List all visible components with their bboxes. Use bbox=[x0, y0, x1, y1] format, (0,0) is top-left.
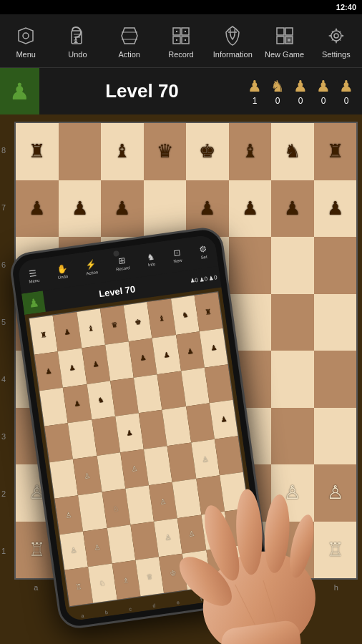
record-icon bbox=[168, 23, 194, 49]
chess-cell-1-0[interactable]: ♟ bbox=[16, 180, 59, 238]
inner-piece-0-0: ♜ bbox=[40, 331, 47, 339]
chess-cell-0-4[interactable]: ♚ bbox=[186, 123, 229, 180]
chess-piece-7-0: ♖ bbox=[29, 539, 45, 561]
inner-piece-3-7: ♟ bbox=[220, 415, 227, 424]
inner-piece-0-2: ♝ bbox=[87, 324, 94, 333]
information-button[interactable]: Information bbox=[207, 14, 258, 67]
inner-label-b: b bbox=[104, 610, 108, 615]
inner-label-a: a bbox=[81, 613, 84, 618]
svg-rect-14 bbox=[176, 39, 177, 41]
row-label-1: 1 bbox=[1, 547, 6, 555]
captured-pawn-3: ♟ bbox=[293, 77, 308, 96]
chess-piece-1-6: ♟ bbox=[284, 197, 300, 220]
chess-cell-1-6[interactable]: ♟ bbox=[271, 180, 314, 238]
inner-record: ⊞ Record bbox=[114, 255, 130, 271]
inner-piece-1-6: ♟ bbox=[186, 346, 193, 355]
chess-piece-0-4: ♚ bbox=[199, 140, 215, 162]
chess-cell-1-7[interactable]: ♟ bbox=[314, 180, 357, 238]
captured-group-2: ♞ 0 bbox=[270, 77, 285, 106]
svg-marker-5 bbox=[122, 28, 137, 44]
captured-count-4: 0 bbox=[321, 96, 326, 106]
action-button[interactable]: Action bbox=[104, 14, 155, 67]
inner-piece-6-0: ♙ bbox=[70, 546, 77, 555]
chess-piece-1-1: ♟ bbox=[72, 197, 88, 220]
svg-point-0 bbox=[23, 33, 29, 39]
inner-cell-0-7: ♜ bbox=[194, 292, 222, 331]
chess-cell-0-3[interactable]: ♛ bbox=[144, 123, 187, 180]
chess-piece-1-5: ♟ bbox=[242, 197, 258, 220]
chess-cell-4-7[interactable] bbox=[314, 351, 357, 408]
settings-icon bbox=[323, 23, 349, 49]
chess-piece-0-5: ♝ bbox=[242, 140, 258, 162]
inner-piece-3-3: ♟ bbox=[126, 429, 133, 437]
record-button[interactable]: Record bbox=[155, 14, 207, 67]
captured-pawn-1: ♟ bbox=[248, 77, 262, 96]
chess-cell-0-6[interactable]: ♞ bbox=[271, 123, 314, 180]
chess-cell-2-7[interactable] bbox=[314, 237, 357, 294]
inner-piece-7-0: ♖ bbox=[75, 582, 82, 591]
inner-piece-7-1: ♘ bbox=[99, 579, 106, 587]
chess-piece-1-7: ♟ bbox=[327, 197, 343, 220]
undo-icon bbox=[64, 23, 90, 49]
captured-group-3: ♟ 0 bbox=[293, 77, 308, 106]
chess-cell-0-1[interactable] bbox=[59, 123, 102, 180]
record-label: Record bbox=[168, 50, 193, 59]
inner-piece-4-3: ♙ bbox=[131, 464, 138, 473]
main-toolbar: Menu Undo Action bbox=[0, 14, 362, 68]
svg-point-22 bbox=[334, 34, 338, 38]
svg-rect-18 bbox=[277, 36, 284, 44]
inner-piece-1-2: ♟ bbox=[92, 360, 99, 369]
chess-cell-0-2[interactable]: ♝ bbox=[101, 123, 144, 180]
chess-piece-1-0: ♟ bbox=[29, 197, 45, 220]
inner-label-c: c bbox=[129, 606, 132, 611]
inner-settings: ⚙ Set bbox=[198, 244, 208, 260]
information-icon bbox=[220, 23, 245, 49]
chess-cell-0-5[interactable]: ♝ bbox=[229, 123, 272, 180]
chess-cell-2-6[interactable] bbox=[271, 237, 314, 294]
captured-group-4: ♟ 0 bbox=[316, 77, 331, 106]
inner-piece-4-6: ♙ bbox=[202, 454, 209, 463]
inner-piece-1-0: ♟ bbox=[45, 366, 52, 375]
inner-action-label: Action bbox=[86, 270, 98, 275]
chess-piece-0-6: ♞ bbox=[284, 140, 300, 162]
captured-pawn-4: ♟ bbox=[316, 77, 331, 96]
chess-piece-1-2: ♟ bbox=[114, 197, 130, 220]
chess-cell-3-6[interactable] bbox=[271, 294, 314, 351]
inner-cell-2-7 bbox=[205, 364, 233, 404]
chess-cell-1-1[interactable]: ♟ bbox=[59, 180, 102, 238]
inner-undo-icon: ✋ bbox=[56, 263, 68, 275]
chess-cell-4-6[interactable] bbox=[271, 351, 314, 408]
status-bar: 12:40 bbox=[0, 0, 362, 14]
undo-button[interactable]: Undo bbox=[52, 14, 103, 67]
inner-piece-5-0: ♙ bbox=[65, 510, 72, 519]
newgame-button[interactable]: New Game bbox=[258, 14, 310, 67]
inner-newgame-label: New bbox=[173, 258, 182, 264]
settings-button[interactable]: Settings bbox=[310, 14, 362, 67]
chess-cell-3-7[interactable] bbox=[314, 294, 357, 351]
row-label-7: 7 bbox=[1, 203, 6, 212]
chess-cell-0-0[interactable]: ♜ bbox=[16, 123, 59, 180]
inner-count-2: ♟0 bbox=[199, 275, 208, 283]
inner-piece-0-3: ♛ bbox=[110, 321, 117, 329]
inner-piece-0-1: ♟ bbox=[64, 327, 71, 336]
settings-label: Settings bbox=[322, 50, 351, 59]
row-label-6: 6 bbox=[1, 260, 6, 269]
undo-label: Undo bbox=[68, 50, 87, 59]
inner-piece-7-3: ♕ bbox=[146, 572, 153, 581]
inner-cell-1-7: ♟ bbox=[199, 328, 228, 367]
inner-info-label: Info bbox=[148, 262, 156, 267]
hand-image bbox=[147, 449, 353, 644]
chess-cell-1-2[interactable]: ♟ bbox=[101, 180, 144, 238]
svg-rect-17 bbox=[285, 28, 293, 35]
inner-piece-4-1: ♙ bbox=[84, 471, 91, 479]
svg-rect-12 bbox=[176, 31, 177, 32]
captured-pawn-5: ♟ bbox=[339, 77, 353, 96]
captured-count-2: 0 bbox=[275, 96, 280, 106]
inner-piece-2-2: ♞ bbox=[97, 396, 104, 404]
inner-piece-0-6: ♞ bbox=[181, 311, 188, 319]
inner-cell-3-7: ♟ bbox=[210, 400, 238, 439]
chess-cell-1-3[interactable] bbox=[144, 180, 187, 238]
chess-cell-0-7[interactable]: ♜ bbox=[314, 123, 357, 180]
menu-button[interactable]: Menu bbox=[0, 14, 52, 67]
menu-icon bbox=[13, 23, 39, 49]
